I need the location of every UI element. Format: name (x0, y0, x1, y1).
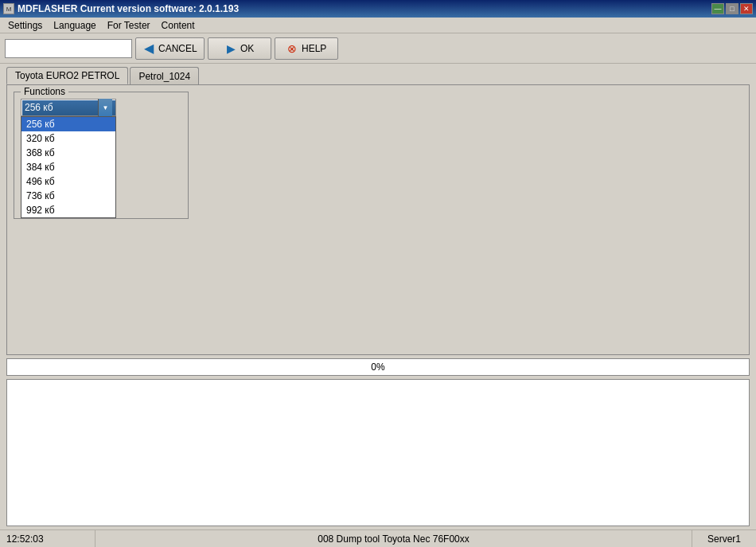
menu-content[interactable]: Content (157, 18, 200, 33)
help-label: HELP (302, 43, 326, 54)
tab-petrol-1024[interactable]: Petrol_1024 (130, 67, 199, 84)
status-time: 12:52:03 (0, 530, 95, 547)
size-dropdown-wrapper[interactable]: 256 кб ▼ 256 кб320 кб368 кб384 кб496 кб7… (21, 99, 116, 116)
menu-settings[interactable]: Settings (3, 18, 47, 33)
dropdown-arrow[interactable]: ▼ (98, 99, 112, 116)
functions-label: Functions (21, 86, 68, 97)
cancel-label: CANCEL (158, 43, 197, 54)
help-button[interactable]: ⊗ HELP (275, 37, 338, 60)
close-button[interactable]: ✕ (740, 3, 753, 14)
menu-bar: Settings Language For Tester Content (0, 18, 756, 33)
progress-area: 0% (6, 358, 750, 376)
title-bar-left: M MDFLASHER Current version software: 2.… (3, 3, 239, 14)
minimize-button[interactable]: — (711, 3, 724, 14)
ok-button[interactable]: ▶ OK (208, 37, 271, 60)
maximize-button[interactable]: □ (726, 3, 738, 14)
window-title: MDFLASHER Current version software: 2.0.… (18, 3, 239, 14)
ok-icon: ▶ (224, 42, 237, 55)
functions-group: Functions 256 кб ▼ 256 кб320 кб368 кб384… (14, 92, 189, 219)
main-content: Functions 256 кб ▼ 256 кб320 кб368 кб384… (6, 84, 750, 355)
status-bar: 12:52:03 008 Dump tool Toyota Nec 76F00x… (0, 529, 756, 547)
dropdown-option-2[interactable]: 368 кб (21, 146, 115, 160)
size-dropdown[interactable]: 256 кб ▼ (21, 99, 116, 116)
dropdown-option-3[interactable]: 384 кб (21, 160, 115, 174)
menu-for-tester[interactable]: For Tester (103, 18, 155, 33)
dropdown-option-5[interactable]: 736 кб (21, 189, 115, 203)
dropdown-option-0[interactable]: 256 кб (21, 117, 115, 131)
log-area[interactable] (6, 379, 750, 526)
progress-text: 0% (371, 361, 384, 373)
cancel-button[interactable]: ◀ CANCEL (135, 37, 205, 60)
title-bar: M MDFLASHER Current version software: 2.… (0, 0, 756, 18)
toolbar: ◀ CANCEL ▶ OK ⊗ HELP (0, 33, 756, 64)
dropdown-option-6[interactable]: 992 кб (21, 203, 115, 217)
tab-toyota-euro2[interactable]: Toyota EURO2 PETROL (6, 67, 128, 84)
ok-label: OK (240, 43, 254, 54)
menu-language[interactable]: Language (49, 18, 100, 33)
dropdown-selected-value: 256 кб (25, 102, 53, 113)
status-info: 008 Dump tool Toyota Nec 76F00xx (95, 530, 692, 547)
status-server: Server1 (692, 530, 756, 547)
dropdown-option-1[interactable]: 320 кб (21, 131, 115, 146)
path-input[interactable] (5, 39, 132, 58)
title-bar-buttons: — □ ✕ (711, 3, 753, 14)
cancel-icon: ◀ (142, 42, 155, 55)
tab-area: Toyota EURO2 PETROL Petrol_1024 (0, 64, 756, 84)
dropdown-option-4[interactable]: 496 кб (21, 174, 115, 189)
app-icon: M (3, 3, 14, 14)
dropdown-list[interactable]: 256 кб320 кб368 кб384 кб496 кб736 кб992 … (21, 116, 116, 218)
help-icon: ⊗ (286, 42, 298, 55)
